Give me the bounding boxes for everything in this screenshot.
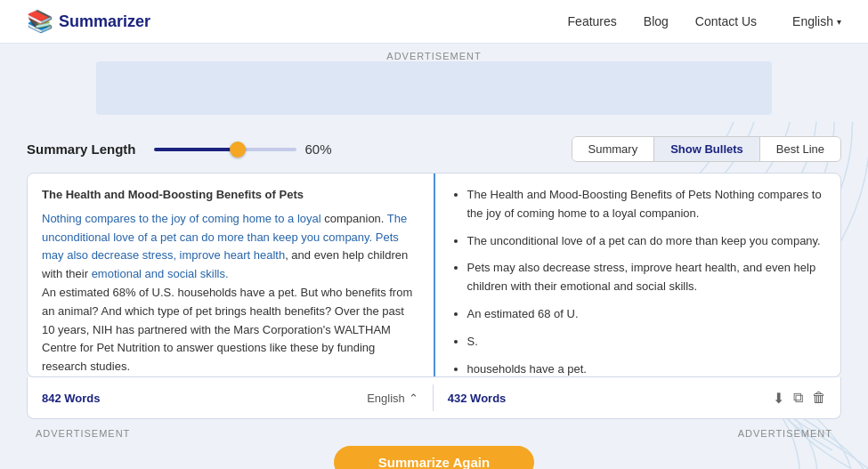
footer-lang-label: English: [367, 392, 405, 405]
bullet-item: S.: [467, 333, 827, 352]
bullet-item: The Health and Mood-Boosting Benefits of…: [467, 186, 827, 223]
panels-footer: 842 Words English ⌃ 432 Words ⬇ ⧉ 🗑: [27, 377, 841, 419]
nav-links: Features Blog Contact Us: [568, 14, 758, 28]
panels-wrapper: The Health and Mood-Boosting Benefits of…: [27, 173, 841, 377]
ad-label-top: ADVERTISEMENT: [386, 51, 481, 61]
download-icon[interactable]: ⬇: [773, 390, 784, 407]
bullet-item: households have a pet.: [467, 360, 827, 376]
nav-features[interactable]: Features: [568, 14, 617, 28]
mode-tabs: Summary Show Bullets Best Line: [572, 136, 841, 162]
tab-summary[interactable]: Summary: [572, 137, 655, 161]
bottom-section: ADVERTISEMENT ADVERTISEMENT Summarize Ag…: [27, 428, 841, 469]
right-panel[interactable]: The Health and Mood-Boosting Benefits of…: [435, 174, 841, 376]
left-panel[interactable]: The Health and Mood-Boosting Benefits of…: [28, 174, 435, 376]
ad-label-bottom-left: ADVERTISEMENT: [36, 428, 130, 439]
bullet-item: Pets may also decrease stress, improve h…: [467, 259, 827, 296]
ad-placeholder-top: [96, 61, 772, 115]
action-icons: ⬇ ⧉ 🗑: [773, 390, 826, 407]
language-selector[interactable]: English ▾: [792, 14, 841, 28]
ads-row-bottom: ADVERTISEMENT ADVERTISEMENT: [27, 428, 841, 439]
tab-show-bullets[interactable]: Show Bullets: [654, 137, 760, 161]
header: 📚 Summarizer Features Blog Contact Us En…: [0, 0, 868, 44]
logo-text: Summarizer: [59, 12, 150, 31]
ad-banner-top: ADVERTISEMENT: [0, 44, 868, 122]
bullets-list: The Health and Mood-Boosting Benefits of…: [450, 186, 827, 376]
bullet-item: An estimated 68 of U.: [467, 305, 827, 324]
footer-lang-chevron: ⌃: [409, 392, 418, 405]
tab-best-line[interactable]: Best Line: [760, 137, 840, 161]
summary-length-label: Summary Length: [27, 142, 136, 157]
vertical-divider: [433, 384, 434, 411]
left-panel-title: The Health and Mood-Boosting Benefits of…: [42, 186, 419, 205]
delete-icon[interactable]: 🗑: [812, 390, 826, 406]
logo-icon: 📚: [27, 9, 53, 34]
language-label: English: [792, 14, 833, 28]
ad-label-bottom-right: ADVERTISEMENT: [738, 428, 832, 439]
controls-row: Summary Length 60% Summary Show Bullets …: [27, 136, 841, 162]
length-slider[interactable]: [154, 148, 296, 151]
nav-blog[interactable]: Blog: [644, 14, 669, 28]
nav-contact[interactable]: Contact Us: [695, 14, 757, 28]
lang-select-footer[interactable]: English ⌃: [367, 392, 418, 405]
slider-container: 60%: [154, 142, 332, 157]
logo-area: 📚 Summarizer: [27, 9, 150, 34]
word-count-right: 432 Words: [448, 392, 507, 405]
percentage-label: 60%: [305, 142, 332, 157]
word-count-left: 842 Words: [42, 392, 101, 405]
main-content: Summary Length 60% Summary Show Bullets …: [0, 122, 868, 469]
copy-icon[interactable]: ⧉: [793, 390, 803, 406]
summarize-again-button[interactable]: Summarize Again: [334, 446, 534, 469]
bullet-item: The unconditional love of a pet can do m…: [467, 232, 827, 251]
chevron-down-icon: ▾: [837, 17, 841, 27]
left-panel-body: Nothing compares to the joy of coming ho…: [42, 210, 419, 376]
